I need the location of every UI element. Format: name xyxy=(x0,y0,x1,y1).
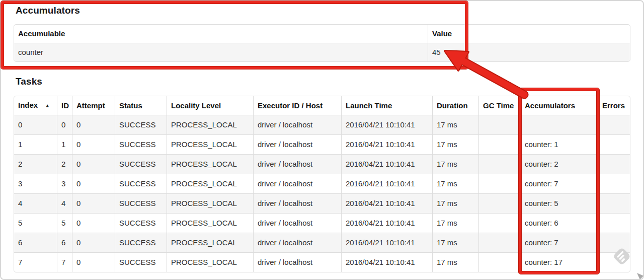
task-errors-cell xyxy=(598,115,630,134)
task-executor-cell: driver / localhost xyxy=(253,154,341,174)
task-status-cell: SUCCESS xyxy=(115,174,167,193)
task-index-cell: 4 xyxy=(14,193,57,213)
task-locality-cell: PROCESS_LOCAL xyxy=(167,115,253,134)
task-accumulators-cell xyxy=(520,115,598,134)
task-executor-cell: driver / localhost xyxy=(253,252,341,272)
task-row: 6 6 0 SUCCESS PROCESS_LOCAL driver / loc… xyxy=(14,233,630,252)
task-row: 5 5 0 SUCCESS PROCESS_LOCAL driver / loc… xyxy=(14,213,630,233)
sort-ascending-icon: ▲ xyxy=(45,103,50,108)
task-id-cell: 4 xyxy=(57,193,72,213)
task-index-cell: 7 xyxy=(14,252,57,272)
task-attempt-cell: 0 xyxy=(72,233,115,252)
task-launch-time-cell: 2016/04/21 10:10:41 xyxy=(341,213,432,233)
task-errors-cell xyxy=(598,252,630,272)
column-header-accumulators[interactable]: Accumulators xyxy=(520,96,598,115)
task-executor-cell: driver / localhost xyxy=(253,233,341,252)
task-launch-time-cell: 2016/04/21 10:10:41 xyxy=(341,115,432,134)
column-header-accumulable: Accumulable xyxy=(14,25,428,43)
task-attempt-cell: 0 xyxy=(72,213,115,233)
task-locality-cell: PROCESS_LOCAL xyxy=(167,213,253,233)
task-executor-cell: driver / localhost xyxy=(253,115,341,134)
column-header-status[interactable]: Status xyxy=(115,96,167,115)
task-accumulators-cell: counter: 7 xyxy=(520,174,598,193)
column-header-duration[interactable]: Duration xyxy=(432,96,478,115)
task-index-cell: 2 xyxy=(14,154,57,174)
task-duration-cell: 17 ms xyxy=(432,115,478,134)
task-launch-time-cell: 2016/04/21 10:10:41 xyxy=(341,233,432,252)
task-status-cell: SUCCESS xyxy=(115,233,167,252)
column-header-errors[interactable]: Errors xyxy=(598,96,630,115)
task-status-cell: SUCCESS xyxy=(115,193,167,213)
task-duration-cell: 17 ms xyxy=(432,213,478,233)
task-attempt-cell: 0 xyxy=(72,193,115,213)
task-duration-cell: 17 ms xyxy=(432,174,478,193)
task-errors-cell xyxy=(598,154,630,174)
task-gc-time-cell xyxy=(478,233,520,252)
task-errors-cell xyxy=(598,193,630,213)
task-executor-cell: driver / localhost xyxy=(253,213,341,233)
task-id-cell: 7 xyxy=(57,252,72,272)
task-executor-cell: driver / localhost xyxy=(253,193,341,213)
task-id-cell: 6 xyxy=(57,233,72,252)
task-row: 0 0 0 SUCCESS PROCESS_LOCAL driver / loc… xyxy=(14,115,630,134)
column-header-value: Value xyxy=(428,25,630,43)
task-duration-cell: 17 ms xyxy=(432,134,478,154)
task-attempt-cell: 0 xyxy=(72,134,115,154)
task-locality-cell: PROCESS_LOCAL xyxy=(167,252,253,272)
task-index-cell: 0 xyxy=(14,115,57,134)
column-header-launch-time[interactable]: Launch Time xyxy=(341,96,432,115)
tasks-table: Index▲ ID Attempt Status Locality Level … xyxy=(14,96,630,272)
task-index-cell: 6 xyxy=(14,233,57,252)
column-header-executor-id-host[interactable]: Executor ID / Host xyxy=(253,96,341,115)
task-id-cell: 2 xyxy=(57,154,72,174)
task-accumulators-cell: counter: 1 xyxy=(520,134,598,154)
task-id-cell: 0 xyxy=(57,115,72,134)
column-header-index[interactable]: Index▲ xyxy=(14,96,57,115)
task-index-cell: 3 xyxy=(14,174,57,193)
column-header-id[interactable]: ID xyxy=(57,96,72,115)
task-locality-cell: PROCESS_LOCAL xyxy=(167,193,253,213)
task-accumulators-cell: counter: 17 xyxy=(520,252,598,272)
task-accumulators-cell: counter: 7 xyxy=(520,233,598,252)
tasks-heading: Tasks xyxy=(16,76,42,87)
task-gc-time-cell xyxy=(478,154,520,174)
task-errors-cell xyxy=(598,174,630,193)
task-executor-cell: driver / localhost xyxy=(253,134,341,154)
task-status-cell: SUCCESS xyxy=(115,154,167,174)
task-gc-time-cell xyxy=(478,134,520,154)
accumulators-table: Accumulable Value counter 45 xyxy=(14,24,630,62)
task-gc-time-cell xyxy=(478,115,520,134)
task-index-cell: 5 xyxy=(14,213,57,233)
task-accumulators-cell: counter: 5 xyxy=(520,193,598,213)
task-locality-cell: PROCESS_LOCAL xyxy=(167,154,253,174)
task-executor-cell: driver / localhost xyxy=(253,174,341,193)
task-launch-time-cell: 2016/04/21 10:10:41 xyxy=(341,134,432,154)
task-errors-cell xyxy=(598,233,630,252)
task-id-cell: 5 xyxy=(57,213,72,233)
task-row: 3 3 0 SUCCESS PROCESS_LOCAL driver / loc… xyxy=(14,174,630,193)
task-duration-cell: 17 ms xyxy=(432,154,478,174)
task-errors-cell xyxy=(598,134,630,154)
column-header-attempt[interactable]: Attempt xyxy=(72,96,115,115)
accumulator-row: counter 45 xyxy=(14,43,630,61)
task-attempt-cell: 0 xyxy=(72,174,115,193)
task-accumulators-cell: counter: 6 xyxy=(520,213,598,233)
task-gc-time-cell xyxy=(478,174,520,193)
column-header-locality-level[interactable]: Locality Level xyxy=(167,96,253,115)
task-status-cell: SUCCESS xyxy=(115,115,167,134)
cursor-icon xyxy=(637,273,643,279)
column-header-gc-time[interactable]: GC Time xyxy=(478,96,520,115)
task-id-cell: 1 xyxy=(57,134,72,154)
task-status-cell: SUCCESS xyxy=(115,134,167,154)
task-row: 4 4 0 SUCCESS PROCESS_LOCAL driver / loc… xyxy=(14,193,630,213)
accumulators-heading: Accumulators xyxy=(16,5,80,16)
task-locality-cell: PROCESS_LOCAL xyxy=(167,233,253,252)
task-accumulators-cell: counter: 2 xyxy=(520,154,598,174)
task-locality-cell: PROCESS_LOCAL xyxy=(167,134,253,154)
task-errors-cell xyxy=(598,213,630,233)
task-duration-cell: 17 ms xyxy=(432,252,478,272)
task-attempt-cell: 0 xyxy=(72,154,115,174)
task-locality-cell: PROCESS_LOCAL xyxy=(167,174,253,193)
task-duration-cell: 17 ms xyxy=(432,233,478,252)
tasks-header-row: Index▲ ID Attempt Status Locality Level … xyxy=(14,96,630,115)
